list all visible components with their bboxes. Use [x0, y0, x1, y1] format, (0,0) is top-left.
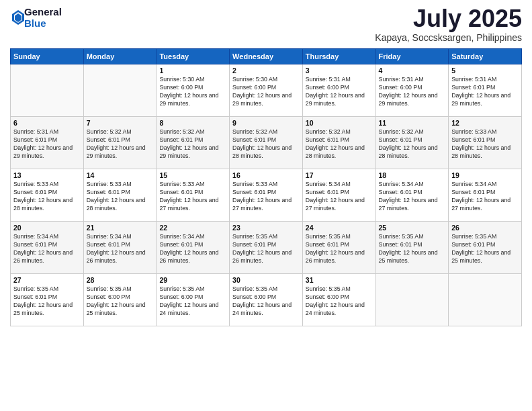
- day-number: 12: [451, 119, 519, 127]
- title-location: Kapaya, Soccsksargen, Philippines: [375, 32, 522, 43]
- logo-text: General Blue: [24, 7, 62, 29]
- page: General Blue July 2025 Kapaya, Soccsksar…: [0, 0, 532, 411]
- calendar-week-row: 27Sunrise: 5:35 AMSunset: 6:01 PMDayligh…: [11, 274, 522, 326]
- calendar-cell: 24Sunrise: 5:35 AMSunset: 6:01 PMDayligh…: [302, 222, 375, 274]
- day-number: 22: [159, 224, 226, 232]
- calendar-cell: 19Sunrise: 5:34 AMSunset: 6:01 PMDayligh…: [449, 169, 522, 222]
- day-number: 31: [306, 276, 373, 284]
- calendar-week-row: 1Sunrise: 5:30 AMSunset: 6:00 PMDaylight…: [11, 64, 522, 117]
- calendar-cell: 18Sunrise: 5:34 AMSunset: 6:01 PMDayligh…: [375, 169, 449, 222]
- day-number: 21: [87, 224, 154, 232]
- calendar-cell: 14Sunrise: 5:33 AMSunset: 6:01 PMDayligh…: [83, 169, 157, 222]
- calendar-cell: 2Sunrise: 5:30 AMSunset: 6:00 PMDaylight…: [230, 64, 303, 117]
- weekday-header: Tuesday: [157, 49, 230, 64]
- day-info: Sunrise: 5:33 AMSunset: 6:01 PMDaylight:…: [451, 128, 519, 161]
- day-number: 30: [232, 276, 300, 284]
- weekday-header: Sunday: [11, 49, 84, 64]
- day-info: Sunrise: 5:35 AMSunset: 6:01 PMDaylight:…: [379, 233, 446, 265]
- calendar-cell: 17Sunrise: 5:34 AMSunset: 6:01 PMDayligh…: [302, 169, 375, 222]
- day-number: 3: [306, 66, 373, 75]
- day-number: 20: [13, 224, 81, 232]
- day-info: Sunrise: 5:30 AMSunset: 6:00 PMDaylight:…: [159, 76, 226, 108]
- header: General Blue July 2025 Kapaya, Soccsksar…: [10, 7, 522, 43]
- calendar-cell: 15Sunrise: 5:33 AMSunset: 6:01 PMDayligh…: [157, 169, 230, 222]
- weekday-header: Thursday: [302, 49, 375, 64]
- calendar-cell: 8Sunrise: 5:32 AMSunset: 6:01 PMDaylight…: [157, 117, 230, 169]
- day-number: 9: [232, 119, 300, 127]
- day-number: 14: [87, 171, 154, 179]
- day-info: Sunrise: 5:34 AMSunset: 6:01 PMDaylight:…: [159, 233, 226, 265]
- logo-general-text: General: [24, 7, 62, 18]
- calendar-cell: 29Sunrise: 5:35 AMSunset: 6:00 PMDayligh…: [157, 274, 230, 326]
- day-number: 15: [159, 171, 226, 179]
- calendar-cell: [11, 64, 84, 117]
- calendar-cell: 4Sunrise: 5:31 AMSunset: 6:00 PMDaylight…: [375, 64, 449, 117]
- calendar-cell: 22Sunrise: 5:34 AMSunset: 6:01 PMDayligh…: [157, 222, 230, 274]
- day-number: 25: [379, 224, 446, 232]
- calendar-cell: 27Sunrise: 5:35 AMSunset: 6:01 PMDayligh…: [11, 274, 84, 326]
- day-number: 16: [232, 171, 300, 179]
- calendar-week-row: 6Sunrise: 5:31 AMSunset: 6:01 PMDaylight…: [11, 117, 522, 169]
- day-info: Sunrise: 5:34 AMSunset: 6:01 PMDaylight:…: [87, 233, 154, 265]
- day-info: Sunrise: 5:33 AMSunset: 6:01 PMDaylight:…: [159, 181, 226, 213]
- day-number: 29: [159, 276, 226, 284]
- calendar-cell: 21Sunrise: 5:34 AMSunset: 6:01 PMDayligh…: [83, 222, 157, 274]
- calendar-cell: [449, 274, 522, 326]
- day-info: Sunrise: 5:31 AMSunset: 6:01 PMDaylight:…: [13, 128, 81, 161]
- calendar-cell: 12Sunrise: 5:33 AMSunset: 6:01 PMDayligh…: [449, 117, 522, 169]
- logo-blue-text: Blue: [24, 18, 62, 30]
- calendar-cell: 13Sunrise: 5:33 AMSunset: 6:01 PMDayligh…: [11, 169, 84, 222]
- day-info: Sunrise: 5:30 AMSunset: 6:00 PMDaylight:…: [232, 76, 300, 108]
- calendar-cell: 1Sunrise: 5:30 AMSunset: 6:00 PMDaylight…: [157, 64, 230, 117]
- day-number: 2: [232, 66, 300, 75]
- calendar-cell: 11Sunrise: 5:32 AMSunset: 6:01 PMDayligh…: [375, 117, 449, 169]
- weekday-header: Wednesday: [230, 49, 303, 64]
- calendar-table: SundayMondayTuesdayWednesdayThursdayFrid…: [10, 48, 522, 326]
- calendar-cell: [83, 64, 157, 117]
- title-block: July 2025 Kapaya, Soccsksargen, Philippi…: [375, 7, 522, 43]
- day-info: Sunrise: 5:35 AMSunset: 6:00 PMDaylight:…: [232, 285, 300, 318]
- calendar-cell: 5Sunrise: 5:31 AMSunset: 6:01 PMDaylight…: [449, 64, 522, 117]
- day-info: Sunrise: 5:32 AMSunset: 6:01 PMDaylight:…: [379, 128, 446, 161]
- weekday-header: Saturday: [449, 49, 522, 64]
- day-number: 4: [379, 66, 446, 75]
- calendar-cell: 26Sunrise: 5:35 AMSunset: 6:01 PMDayligh…: [449, 222, 522, 274]
- calendar-cell: 20Sunrise: 5:34 AMSunset: 6:01 PMDayligh…: [11, 222, 84, 274]
- weekday-header: Monday: [83, 49, 157, 64]
- day-number: 18: [379, 171, 446, 179]
- day-info: Sunrise: 5:35 AMSunset: 6:01 PMDaylight:…: [306, 233, 373, 265]
- calendar-cell: 16Sunrise: 5:33 AMSunset: 6:01 PMDayligh…: [230, 169, 303, 222]
- day-info: Sunrise: 5:33 AMSunset: 6:01 PMDaylight:…: [87, 181, 154, 213]
- day-number: 1: [159, 66, 226, 75]
- logo: General Blue: [10, 7, 62, 29]
- day-number: 5: [451, 66, 519, 75]
- calendar-cell: 28Sunrise: 5:35 AMSunset: 6:00 PMDayligh…: [83, 274, 157, 326]
- day-number: 10: [306, 119, 373, 127]
- day-info: Sunrise: 5:32 AMSunset: 6:01 PMDaylight:…: [87, 128, 154, 161]
- day-info: Sunrise: 5:35 AMSunset: 6:01 PMDaylight:…: [451, 233, 519, 265]
- day-number: 27: [13, 276, 81, 284]
- calendar-cell: 23Sunrise: 5:35 AMSunset: 6:01 PMDayligh…: [230, 222, 303, 274]
- day-info: Sunrise: 5:35 AMSunset: 6:00 PMDaylight:…: [87, 285, 154, 318]
- day-number: 24: [306, 224, 373, 232]
- calendar-cell: 3Sunrise: 5:31 AMSunset: 6:00 PMDaylight…: [302, 64, 375, 117]
- day-number: 6: [13, 119, 81, 127]
- day-info: Sunrise: 5:32 AMSunset: 6:01 PMDaylight:…: [159, 128, 226, 161]
- day-info: Sunrise: 5:35 AMSunset: 6:01 PMDaylight:…: [232, 233, 300, 265]
- day-number: 11: [379, 119, 446, 127]
- day-info: Sunrise: 5:34 AMSunset: 6:01 PMDaylight:…: [451, 181, 519, 213]
- day-info: Sunrise: 5:33 AMSunset: 6:01 PMDaylight:…: [232, 181, 300, 213]
- calendar-cell: 25Sunrise: 5:35 AMSunset: 6:01 PMDayligh…: [375, 222, 449, 274]
- weekday-header: Friday: [375, 49, 449, 64]
- day-number: 17: [306, 171, 373, 179]
- day-info: Sunrise: 5:32 AMSunset: 6:01 PMDaylight:…: [306, 128, 373, 161]
- calendar-cell: 9Sunrise: 5:32 AMSunset: 6:01 PMDaylight…: [230, 117, 303, 169]
- day-info: Sunrise: 5:34 AMSunset: 6:01 PMDaylight:…: [306, 181, 373, 213]
- calendar-cell: 6Sunrise: 5:31 AMSunset: 6:01 PMDaylight…: [11, 117, 84, 169]
- day-number: 26: [451, 224, 519, 232]
- day-info: Sunrise: 5:34 AMSunset: 6:01 PMDaylight:…: [379, 181, 446, 213]
- calendar-cell: 30Sunrise: 5:35 AMSunset: 6:00 PMDayligh…: [230, 274, 303, 326]
- title-month: July 2025: [375, 7, 522, 31]
- calendar-week-row: 20Sunrise: 5:34 AMSunset: 6:01 PMDayligh…: [11, 222, 522, 274]
- day-info: Sunrise: 5:34 AMSunset: 6:01 PMDaylight:…: [13, 233, 81, 265]
